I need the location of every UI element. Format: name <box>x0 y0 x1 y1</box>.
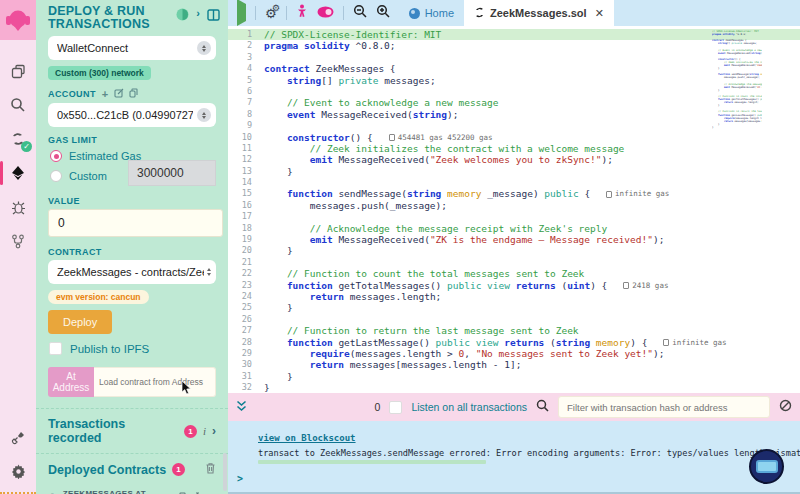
collapse-terminal-icon[interactable] <box>236 398 247 416</box>
code-line: 32} <box>228 382 800 393</box>
code-line: 26 <box>228 314 800 325</box>
split-view-icon[interactable] <box>207 7 220 25</box>
publish-ipfs-option[interactable]: Publish to IPFS <box>49 342 228 355</box>
network-badge: Custom (300) network <box>48 66 151 80</box>
code-line: 10 constructor() {454481 gas 452200 gas <box>228 132 800 143</box>
estimated-gas-radio[interactable] <box>50 150 62 162</box>
accessibility-person-icon[interactable] <box>296 4 308 22</box>
mouse-cursor <box>181 381 192 399</box>
custom-gas-radio[interactable] <box>50 170 62 182</box>
select-stepper-icon <box>197 108 211 122</box>
code-line: 18 // Acknowledge the message receipt wi… <box>228 223 800 234</box>
code-line: 8 event MessageReceived(string); <box>228 109 800 120</box>
blockscout-link[interactable]: view on Blockscout <box>258 433 356 443</box>
custom-gas-input[interactable] <box>128 160 216 186</box>
home-icon <box>409 8 420 19</box>
contract-select[interactable]: ZeekMessages - contracts/ZeekMessages.so… <box>48 260 216 284</box>
gas-estimate-icon <box>606 191 612 198</box>
code-line: 12 emit MessageReceived("Zeek welcomes y… <box>228 154 800 165</box>
file-explorer-icon[interactable] <box>0 54 36 88</box>
environment-explorer-icon[interactable] <box>176 7 189 25</box>
deployed-contract-item[interactable]: ❯ ZEEKMESSAGES AT 0XC88... ✕ <box>36 483 228 494</box>
transactions-recorded-row[interactable]: Transactions recorded 1 i › <box>36 409 228 451</box>
error-highlight-bar <box>258 460 486 464</box>
git-icon[interactable] <box>0 224 36 258</box>
pending-tx-count: 0 <box>375 401 381 413</box>
code-line: 1// SPDX-License-Identifier: MIT <box>228 29 800 40</box>
terminal-search-icon[interactable] <box>536 398 549 416</box>
tab-home[interactable]: Home <box>399 0 464 26</box>
code-editor[interactable]: 1// SPDX-License-Identifier: MIT2pragma … <box>228 26 800 393</box>
deployed-count-badge: 1 <box>172 463 185 476</box>
zoom-out-icon[interactable] <box>353 4 367 22</box>
account-select[interactable]: 0x550...C21cB (0.049907278... <box>48 103 216 127</box>
contract-stepper-icon <box>207 268 211 276</box>
terminal-output[interactable]: view on Blockscout transact to ZeekMessa… <box>228 421 800 492</box>
deploy-button[interactable]: Deploy <box>48 310 112 334</box>
tab-zeekmessages[interactable]: ZeekMessages.sol ✕ <box>464 0 614 26</box>
ai-assistant-icon <box>756 460 778 473</box>
code-line: 13 } <box>228 166 800 177</box>
deploy-run-panel: DEPLOY & RUN TRANSACTIONS › WalletConnec… <box>36 0 228 494</box>
code-line: 24 return messages.length; <box>228 291 800 302</box>
gas-limit-label: GAS LIMIT <box>48 135 216 145</box>
ai-assistant-button[interactable] <box>749 449 784 484</box>
code-line: 7 // Event to acknowledge a new message <box>228 97 800 108</box>
value-input[interactable] <box>48 209 223 237</box>
code-lines: 1// SPDX-License-Identifier: MIT2pragma … <box>228 29 800 393</box>
search-icon[interactable] <box>0 88 36 122</box>
code-line: 3 <box>228 52 800 63</box>
close-tab-icon[interactable]: ✕ <box>595 7 604 20</box>
publish-ipfs-checkbox[interactable] <box>49 342 62 355</box>
deploy-run-icon[interactable] <box>0 156 36 190</box>
panel-title: DEPLOY & RUN TRANSACTIONS <box>48 5 150 31</box>
compile-gears-icon[interactable]: ⚙⚙ <box>265 6 277 21</box>
code-line: 5 string[] private messages; <box>228 75 800 86</box>
code-line: 16 messages.push(_message); <box>228 200 800 211</box>
clear-console-icon[interactable] <box>779 398 792 416</box>
remix-ide-window: ✓ <box>0 0 800 494</box>
recorder-toggle-icon[interactable] <box>317 4 334 22</box>
plugin-manager-icon[interactable] <box>0 420 36 454</box>
select-stepper-icon <box>197 41 211 55</box>
settings-gear-icon[interactable] <box>0 454 36 488</box>
edit-account-icon[interactable] <box>114 88 124 100</box>
value-label: VALUE <box>48 196 216 206</box>
terminal-prompt: > <box>237 473 243 484</box>
at-address-input[interactable] <box>94 367 216 397</box>
run-script-icon[interactable] <box>237 4 246 22</box>
solidity-file-icon <box>474 7 485 20</box>
code-line: 9 <box>228 120 800 131</box>
info-icon[interactable]: i <box>203 425 206 437</box>
evm-version-badge: evm version: cancun <box>48 290 149 304</box>
remix-logo-icon[interactable] <box>0 0 36 40</box>
code-line: 31 } <box>228 371 800 382</box>
add-account-icon[interactable]: + <box>102 88 109 100</box>
zoom-in-icon[interactable] <box>376 4 390 22</box>
terminal: 0 Listen on all transactions view on Blo… <box>228 393 800 492</box>
gas-estimate-icon <box>623 282 629 289</box>
tab-bar: ⚙⚙ Home <box>228 0 800 26</box>
solidity-compiler-icon[interactable]: ✓ <box>0 122 36 156</box>
icon-rail: ✓ <box>0 0 36 494</box>
transaction-filter-input[interactable] <box>558 396 770 418</box>
code-line: 30 return messages[messages.length - 1]; <box>228 359 800 370</box>
code-line: 22 // Function to count the total messag… <box>228 268 800 279</box>
code-line: 2pragma solidity ^0.8.0; <box>228 40 800 51</box>
copy-account-icon[interactable] <box>129 88 138 100</box>
code-line: 4contract ZeekMessages { <box>228 63 800 74</box>
account-label: ACCOUNT + <box>48 88 216 100</box>
at-address-button[interactable]: At Address <box>48 367 94 397</box>
code-line: 14 <box>228 177 800 188</box>
code-line: 29 require(messages.length > 0, "No mess… <box>228 348 800 359</box>
panel-scrollbar[interactable] <box>223 453 227 491</box>
debugger-icon[interactable] <box>0 190 36 224</box>
compiler-success-badge: ✓ <box>21 141 32 152</box>
gas-estimate-icon <box>663 339 669 346</box>
transactions-count-badge: 1 <box>184 425 197 438</box>
trash-icon[interactable] <box>205 462 216 477</box>
pin-panel-chevron-icon[interactable]: › <box>196 7 200 19</box>
listen-all-checkbox[interactable] <box>389 401 402 414</box>
expand-chevron-icon[interactable]: › <box>212 424 216 438</box>
environment-select[interactable]: WalletConnect <box>48 36 216 60</box>
